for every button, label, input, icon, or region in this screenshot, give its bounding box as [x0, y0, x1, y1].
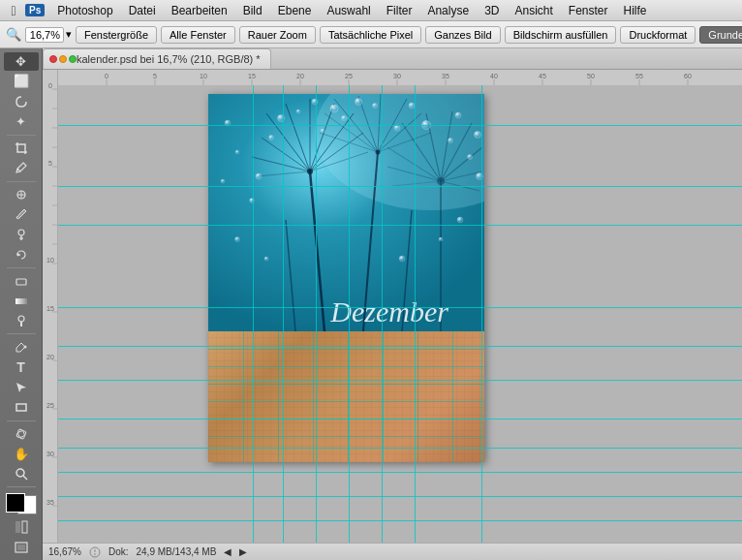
tab-maximize-icon[interactable]	[69, 55, 77, 63]
svg-point-11	[16, 428, 25, 439]
clone-stamp-tool[interactable]	[4, 226, 39, 244]
foreground-background-color[interactable]	[6, 493, 37, 514]
svg-point-8	[23, 345, 26, 348]
menu-item-bild[interactable]: Bild	[236, 2, 269, 19]
gradient-tool[interactable]	[4, 292, 39, 310]
toolbar-separator-3	[7, 267, 36, 268]
alle-fenster-button[interactable]: Alle Fenster	[161, 26, 235, 44]
svg-rect-5	[15, 298, 27, 304]
svg-point-126	[235, 150, 239, 154]
ps-badge: Ps	[25, 4, 45, 16]
shape-tool[interactable]	[4, 398, 39, 417]
svg-text:0: 0	[105, 73, 108, 79]
move-tool[interactable]: ✥	[4, 52, 39, 71]
rauer-zoom-button[interactable]: Rauer Zoom	[239, 26, 316, 44]
svg-text:40: 40	[490, 73, 498, 79]
menu-item-fenster[interactable]: Fenster	[562, 2, 615, 19]
grid-line	[278, 331, 279, 462]
main-area: ✥ ⬜ ✦	[0, 48, 742, 560]
document-tab[interactable]: kalender.psd bei 16,7% (210, RGB/8) *	[43, 48, 271, 69]
nav-arrow-left[interactable]: ◀	[224, 546, 232, 557]
path-select-tool[interactable]	[4, 379, 39, 397]
document-image-top: Dezember	[208, 94, 484, 331]
svg-point-6	[18, 316, 24, 322]
svg-point-132	[235, 237, 240, 242]
menu-item-ebene[interactable]: Ebene	[271, 2, 319, 19]
svg-rect-17	[17, 544, 25, 550]
svg-point-122	[296, 109, 300, 113]
type-tool[interactable]: T	[4, 358, 39, 377]
svg-text:20: 20	[296, 73, 304, 79]
grid-line	[208, 384, 484, 385]
grid-line	[208, 436, 484, 437]
menu-item-datei[interactable]: Datei	[122, 2, 163, 19]
tatsaechliche-pixel-button[interactable]: Tatsächliche Pixel	[320, 26, 421, 44]
options-bar: 🔍 ▾ Fenstergröße Alle Fenster Rauer Zoom…	[0, 21, 742, 48]
hand-tool[interactable]: ✋	[4, 445, 39, 463]
apple-logo-icon: 	[4, 0, 23, 21]
grid-line	[313, 331, 314, 462]
canvas-container: 0 5 10 15 20 25 30 35	[58, 70, 742, 543]
menu-item-photoshop[interactable]: Photoshop	[50, 2, 119, 19]
quick-mask-button[interactable]	[4, 518, 39, 537]
scroll-area: 0 5 10 15 20 25	[43, 70, 742, 543]
fenstergroesse-button[interactable]: Fenstergröße	[76, 26, 157, 44]
svg-point-138	[94, 553, 96, 555]
foreground-color-swatch[interactable]	[6, 493, 25, 513]
dodge-tool[interactable]	[4, 312, 39, 330]
grid-line	[208, 401, 484, 402]
lasso-tool[interactable]	[4, 92, 39, 110]
grid-line	[208, 366, 484, 367]
svg-point-118	[468, 155, 473, 160]
grid-line	[452, 331, 453, 462]
tab-minimize-icon[interactable]	[59, 55, 67, 63]
menu-bar:  Ps Photoshop Datei Bearbeiten Bild Ebe…	[0, 0, 742, 21]
zoom-input[interactable]	[25, 27, 64, 43]
nav-arrow-right[interactable]: ▶	[239, 546, 247, 557]
menu-item-ansicht[interactable]: Ansicht	[508, 2, 559, 19]
zoom-tool[interactable]	[4, 465, 39, 483]
svg-text:60: 60	[684, 73, 692, 79]
eraser-tool[interactable]	[4, 272, 39, 291]
status-icon	[89, 546, 101, 558]
3d-rotate-tool[interactable]	[4, 425, 39, 444]
history-brush-tool[interactable]	[4, 245, 39, 264]
status-indicator	[89, 546, 101, 558]
menu-item-hilfe[interactable]: Hilfe	[617, 2, 654, 19]
magic-wand-tool[interactable]: ✦	[4, 112, 39, 131]
grundelemente-button[interactable]: Grundelemente	[699, 26, 742, 44]
zoom-display: ▾	[25, 27, 72, 43]
menu-item-auswahl[interactable]: Auswahl	[320, 2, 377, 19]
menu-item-filter[interactable]: Filter	[380, 2, 419, 19]
eyedropper-tool[interactable]	[4, 159, 39, 177]
doc-size-label: Dok:	[108, 546, 129, 557]
druckformat-button[interactable]: Druckformat	[620, 26, 696, 44]
menu-item-3d[interactable]: 3D	[478, 2, 506, 19]
pen-tool[interactable]	[4, 338, 39, 357]
menu-item-bearbeiten[interactable]: Bearbeiten	[165, 2, 234, 19]
zoom-icon: 🔍	[6, 27, 21, 42]
crop-tool[interactable]	[4, 139, 39, 157]
svg-text:55: 55	[635, 73, 643, 79]
screen-mode-button[interactable]	[4, 539, 39, 557]
svg-text:45: 45	[539, 73, 546, 79]
toolbar-separator-4	[7, 333, 36, 334]
brush-tool[interactable]	[4, 205, 39, 224]
svg-point-121	[373, 104, 378, 109]
zoom-percent: ▾	[66, 28, 72, 41]
tab-close-icon[interactable]	[49, 55, 57, 63]
menu-item-analyse[interactable]: Analyse	[420, 2, 476, 19]
svg-point-116	[455, 112, 461, 118]
bildschirm-ausfuellen-button[interactable]: Bildschirm ausfüllen	[505, 26, 617, 44]
svg-point-131	[439, 237, 443, 241]
marquee-tool[interactable]: ⬜	[4, 73, 39, 91]
ganzes-bild-button[interactable]: Ganzes Bild	[425, 26, 500, 44]
toolbar-separator-6	[7, 486, 36, 487]
svg-text:30: 30	[393, 73, 401, 79]
healing-brush-tool[interactable]	[4, 185, 39, 203]
toolbar-separator-5	[7, 420, 36, 421]
svg-point-123	[394, 125, 400, 131]
toolbar-separator-1	[7, 135, 36, 136]
svg-text:5: 5	[153, 73, 157, 79]
grid-line	[417, 331, 418, 462]
